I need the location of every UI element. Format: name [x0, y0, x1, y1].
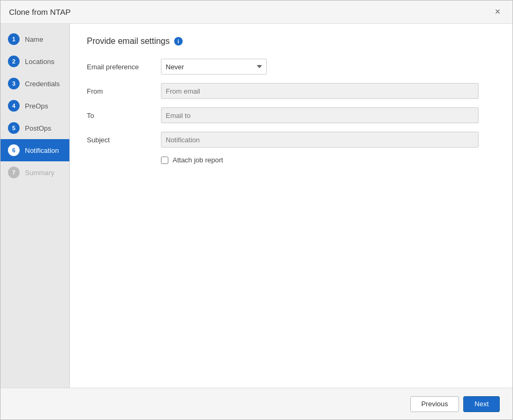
step-circle-2: 2 [8, 56, 20, 67]
title-bar: Clone from NTAP × [1, 1, 512, 24]
to-row: To [87, 107, 496, 123]
subject-row: Subject [87, 132, 496, 148]
previous-button[interactable]: Previous [410, 396, 460, 412]
sidebar-item-preops[interactable]: 4 PreOps [1, 95, 69, 117]
attach-job-report-checkbox[interactable] [161, 157, 168, 164]
subject-label: Subject [87, 136, 161, 144]
from-input[interactable] [161, 83, 479, 99]
section-title-text: Provide email settings [87, 36, 170, 46]
close-button[interactable]: × [491, 6, 504, 19]
step-circle-1: 1 [8, 33, 20, 45]
email-preference-label: Email preference [87, 63, 161, 71]
from-label: From [87, 87, 161, 95]
sidebar-item-postops[interactable]: 5 PostOps [1, 117, 69, 139]
to-label: To [87, 112, 161, 120]
sidebar-label-postops: PostOps [25, 124, 51, 132]
sidebar-label-locations: Locations [25, 58, 55, 66]
dialog-body: 1 Name 2 Locations 3 Credentials 4 PreOp… [1, 24, 512, 388]
sidebar: 1 Name 2 Locations 3 Credentials 4 PreOp… [1, 24, 70, 388]
step-circle-5: 5 [8, 122, 20, 134]
email-preference-select[interactable]: Never On Failure Always [161, 59, 267, 75]
from-row: From [87, 83, 496, 99]
sidebar-item-name[interactable]: 1 Name [1, 28, 69, 50]
sidebar-label-credentials: Credentials [25, 80, 60, 88]
step-circle-7: 7 [8, 167, 20, 178]
sidebar-item-summary: 7 Summary [1, 161, 69, 184]
sidebar-label-preops: PreOps [25, 102, 48, 110]
sidebar-item-credentials[interactable]: 3 Credentials [1, 72, 69, 95]
dialog-title: Clone from NTAP [9, 7, 70, 16]
sidebar-item-notification[interactable]: 6 Notification [1, 139, 69, 161]
info-icon[interactable]: i [174, 37, 183, 45]
email-preference-row: Email preference Never On Failure Always [87, 59, 496, 75]
dialog-footer: Previous Next [1, 388, 512, 419]
clone-dialog: Clone from NTAP × 1 Name 2 Locations 3 C… [0, 0, 513, 420]
step-circle-4: 4 [8, 100, 20, 112]
attach-job-report-label[interactable]: Attach job report [173, 156, 223, 164]
sidebar-label-notification: Notification [25, 147, 59, 154]
sidebar-label-name: Name [25, 35, 43, 43]
to-input[interactable] [161, 107, 479, 123]
main-content: Provide email settings i Email preferenc… [70, 24, 512, 388]
sidebar-item-locations[interactable]: 2 Locations [1, 50, 69, 72]
section-title: Provide email settings i [87, 36, 496, 46]
attach-job-report-row: Attach job report [161, 156, 496, 164]
sidebar-label-summary: Summary [25, 169, 55, 177]
subject-input[interactable] [161, 132, 479, 148]
step-circle-3: 3 [8, 78, 20, 89]
next-button[interactable]: Next [463, 396, 500, 412]
step-circle-6: 6 [8, 144, 20, 156]
